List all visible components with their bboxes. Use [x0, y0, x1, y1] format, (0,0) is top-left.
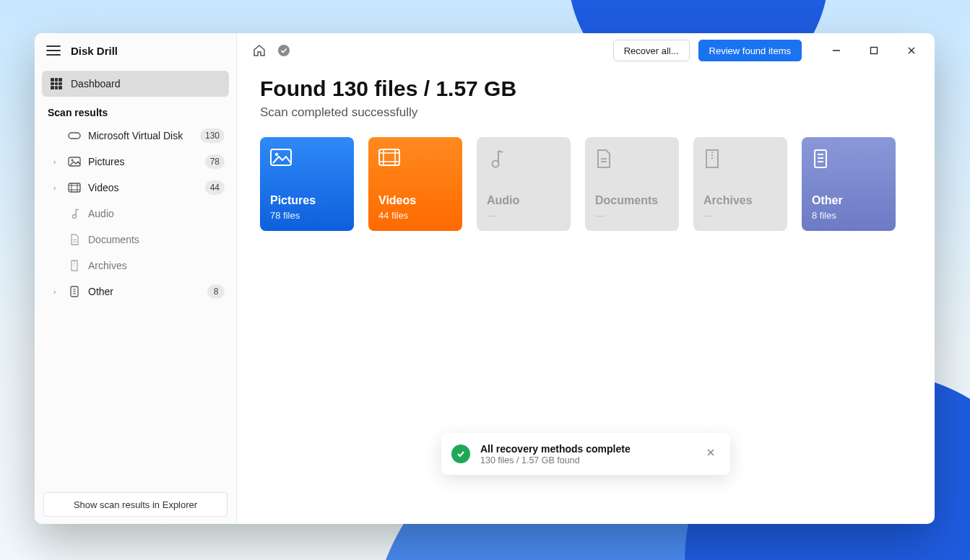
sidebar-item-videos[interactable]: › Videos 44 — [39, 175, 232, 201]
svg-rect-12 — [815, 150, 826, 167]
review-found-items-button[interactable]: Review found items — [698, 40, 802, 61]
card-documents: Documents — — [585, 137, 679, 231]
summary-subline: Scan completed successfully — [260, 105, 911, 120]
card-subtitle: 44 files — [378, 210, 452, 221]
count-badge: 130 — [200, 128, 225, 143]
count-badge: 8 — [207, 284, 225, 299]
content-area: Found 130 files / 1.57 GB Scan completed… — [237, 68, 935, 240]
card-pictures[interactable]: Pictures 78 files — [260, 137, 354, 231]
svg-rect-3 — [69, 183, 80, 192]
svg-rect-0 — [69, 133, 80, 139]
sidebar-item-label: Other — [88, 286, 200, 297]
sidebar-header: Disk Drill — [35, 33, 236, 68]
sidebar-item-label: Archives — [88, 260, 225, 271]
completion-toast: All recovery methods complete 130 files … — [441, 433, 730, 475]
sidebar-item-documents[interactable]: Documents — [39, 227, 232, 253]
sidebar-item-pictures[interactable]: › Pictures 78 — [39, 149, 232, 175]
app-window: Disk Drill Dashboard Scan results Micros… — [35, 33, 935, 524]
maximize-icon[interactable] — [858, 40, 890, 61]
chevron-right-icon: › — [53, 184, 61, 192]
home-icon[interactable] — [251, 43, 267, 58]
count-badge: 44 — [205, 180, 225, 195]
chevron-right-icon: › — [53, 158, 61, 166]
archive-icon — [68, 259, 81, 272]
app-title: Disk Drill — [71, 45, 118, 57]
video-icon — [378, 149, 452, 170]
audio-icon — [487, 149, 560, 170]
toast-title: All recovery methods complete — [480, 443, 691, 455]
card-title: Archives — [703, 194, 777, 207]
card-title: Audio — [487, 194, 560, 207]
svg-rect-7 — [871, 48, 878, 54]
card-title: Pictures — [270, 194, 344, 207]
sidebar-item-archives[interactable]: Archives — [39, 253, 232, 279]
status-check-icon[interactable] — [276, 43, 292, 58]
card-subtitle: — — [703, 210, 777, 221]
svg-point-2 — [72, 159, 74, 162]
window-controls — [820, 40, 927, 61]
count-badge: 78 — [205, 154, 225, 169]
card-subtitle: — — [595, 210, 669, 221]
summary-headline: Found 130 files / 1.57 GB — [260, 76, 911, 101]
other-icon — [812, 149, 885, 170]
other-icon — [68, 285, 81, 298]
card-subtitle: 8 files — [812, 210, 885, 221]
show-in-explorer-button[interactable]: Show scan results in Explorer — [43, 492, 228, 517]
archive-icon — [703, 149, 777, 170]
toast-close-icon[interactable] — [701, 443, 720, 465]
card-title: Other — [812, 194, 885, 207]
card-subtitle: — — [487, 210, 560, 221]
success-check-icon — [451, 445, 470, 463]
menu-icon[interactable] — [46, 45, 61, 56]
card-subtitle: 78 files — [270, 210, 344, 221]
picture-icon — [68, 155, 81, 168]
card-title: Videos — [378, 194, 452, 207]
sidebar-item-other[interactable]: › Other 8 — [39, 279, 232, 305]
card-title: Documents — [595, 194, 669, 207]
sidebar: Disk Drill Dashboard Scan results Micros… — [35, 33, 237, 524]
picture-icon — [270, 149, 344, 170]
card-audio: Audio — — [477, 137, 571, 231]
sidebar-item-label: Videos — [88, 182, 198, 193]
card-archives: Archives — — [693, 137, 787, 231]
audio-icon — [68, 207, 81, 220]
sidebar-tree: Microsoft Virtual Disk 130 › Pictures 78… — [35, 123, 236, 305]
main-panel: Recover all... Review found items Found … — [237, 33, 935, 524]
sidebar-item-label: Documents — [88, 234, 225, 245]
titlebar: Recover all... Review found items — [237, 33, 935, 68]
nav-dashboard[interactable]: Dashboard — [42, 71, 229, 97]
sidebar-item-label: Pictures — [88, 156, 198, 167]
svg-point-11 — [493, 161, 499, 167]
svg-point-4 — [73, 215, 77, 219]
disk-icon — [68, 129, 81, 142]
sidebar-footer: Show scan results in Explorer — [35, 485, 236, 524]
document-icon — [68, 233, 81, 246]
card-other[interactable]: Other 8 files — [802, 137, 896, 231]
svg-rect-10 — [379, 149, 399, 165]
card-videos[interactable]: Videos 44 files — [368, 137, 462, 231]
sidebar-item-label: Audio — [88, 208, 225, 219]
sidebar-section-label: Scan results — [35, 100, 236, 123]
toast-subtitle: 130 files / 1.57 GB found — [480, 455, 691, 465]
svg-point-6 — [278, 45, 290, 56]
document-icon — [595, 149, 669, 170]
sidebar-item-audio[interactable]: Audio — [39, 201, 232, 227]
sidebar-item-disk[interactable]: Microsoft Virtual Disk 130 — [39, 123, 232, 149]
sidebar-item-label: Microsoft Virtual Disk — [88, 130, 193, 141]
nav-dashboard-label: Dashboard — [71, 78, 121, 89]
chevron-right-icon: › — [53, 288, 61, 296]
close-icon[interactable] — [896, 40, 927, 61]
category-cards: Pictures 78 files Videos 44 files Audio … — [260, 137, 911, 231]
recover-all-button[interactable]: Recover all... — [613, 40, 690, 61]
minimize-icon[interactable] — [820, 40, 852, 61]
dashboard-icon — [51, 78, 62, 89]
toast-text: All recovery methods complete 130 files … — [480, 443, 691, 465]
svg-point-9 — [275, 153, 278, 156]
video-icon — [68, 181, 81, 194]
